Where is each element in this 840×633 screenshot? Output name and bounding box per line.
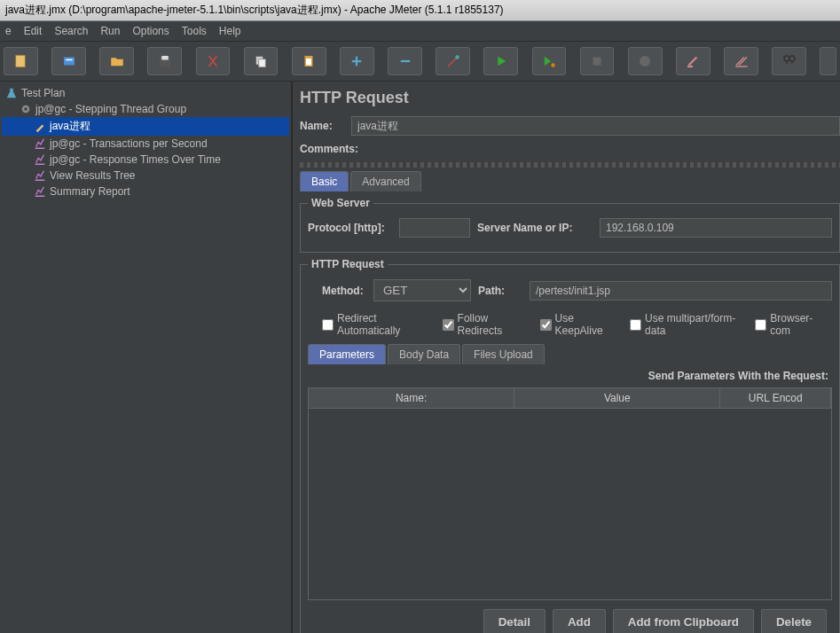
method-select[interactable]: GET (373, 279, 471, 301)
tree-label: View Results Tree (50, 169, 136, 182)
tree-item-response-times[interactable]: jp@gc - Response Times Over Time (2, 152, 289, 168)
tree-item-tps[interactable]: jp@gc - Transactions per Second (2, 136, 289, 152)
param-header-label: Send Parameters With the Request: (308, 364, 832, 387)
menu-search[interactable]: Search (54, 25, 88, 37)
add-from-clipboard-button[interactable]: Add from Clipboard (613, 609, 754, 633)
expand-button[interactable] (340, 47, 374, 75)
cut-button[interactable] (196, 47, 231, 75)
config-tabs: Basic Advanced (300, 171, 840, 191)
http-request-legend: HTTP Request (308, 258, 388, 270)
path-label: Path: (478, 285, 522, 297)
browser-compat-checkbox[interactable]: Browser-com (755, 312, 821, 337)
menu-run[interactable]: Run (100, 25, 120, 37)
svg-point-10 (551, 63, 555, 67)
svg-rect-6 (259, 59, 266, 67)
svg-point-14 (789, 56, 795, 61)
clear-button[interactable] (676, 47, 710, 75)
shutdown-button[interactable] (628, 47, 663, 75)
tree-label: Test Plan (21, 87, 65, 99)
svg-rect-4 (161, 56, 169, 60)
pipette-icon (34, 121, 46, 133)
chart-icon (34, 169, 46, 182)
chart-icon (34, 153, 46, 166)
gear-icon (20, 103, 32, 115)
follow-redirects-checkbox[interactable]: Follow Redirects (443, 312, 522, 337)
svg-rect-0 (16, 55, 26, 67)
reset-search-button[interactable] (820, 47, 836, 75)
detail-button[interactable]: Detail (483, 609, 546, 633)
tree-item-thread-group[interactable]: jp@gc - Stepping Thread Group (2, 101, 289, 117)
menu-options[interactable]: Options (132, 25, 169, 37)
svg-rect-1 (64, 58, 75, 66)
open-button[interactable] (99, 47, 134, 75)
tab-body-data[interactable]: Body Data (388, 344, 460, 364)
delete-button[interactable]: Delete (761, 609, 827, 633)
comments-label: Comments: (300, 143, 358, 155)
editor-panel: HTTP Request Name: Comments: Basic Advan… (293, 82, 840, 633)
flask-icon (5, 87, 18, 99)
templates-button[interactable] (51, 47, 86, 75)
http-request-fieldset: HTTP Request Method: GET Path: Redirect … (300, 258, 840, 633)
name-label: Name: (300, 120, 344, 132)
redirect-auto-checkbox[interactable]: Redirect Automatically (322, 312, 425, 337)
tab-basic[interactable]: Basic (300, 171, 349, 191)
window-titlebar: java进程.jmx (D:\program\apache-jmeter-5.1… (0, 0, 840, 21)
svg-rect-2 (66, 59, 73, 61)
menu-file[interactable]: e (5, 25, 12, 37)
tab-parameters[interactable]: Parameters (308, 344, 386, 364)
panel-title: HTTP Request (300, 89, 840, 107)
chart-icon (34, 137, 46, 150)
add-button[interactable]: Add (553, 609, 606, 633)
test-plan-tree[interactable]: Test Plan jp@gc - Stepping Thread Group … (0, 82, 293, 633)
clear-all-button[interactable] (724, 47, 758, 75)
search-button[interactable] (772, 47, 806, 75)
start-button[interactable] (483, 47, 518, 75)
tree-item-summary-report[interactable]: Summary Report (2, 184, 289, 199)
tree-item-results-tree[interactable]: View Results Tree (2, 168, 289, 184)
tab-advanced[interactable]: Advanced (350, 171, 420, 191)
svg-point-9 (455, 55, 459, 59)
menu-bar: e Edit Search Run Options Tools Help (0, 21, 840, 42)
paste-button[interactable] (292, 47, 326, 75)
parameters-table[interactable]: Name: Value URL Encod (308, 387, 832, 600)
svg-rect-8 (306, 59, 311, 66)
toggle-button[interactable] (436, 47, 470, 75)
col-encode[interactable]: URL Encod (720, 388, 831, 408)
method-label: Method: (322, 285, 366, 297)
protocol-input[interactable] (399, 218, 470, 238)
web-server-legend: Web Server (308, 197, 373, 209)
multipart-checkbox[interactable]: Use multipart/form-data (630, 312, 737, 337)
web-server-fieldset: Web Server Protocol [http]: Server Name … (300, 197, 840, 253)
tree-label: Summary Report (50, 185, 130, 198)
menu-tools[interactable]: Tools (182, 25, 207, 37)
tree-item-test-plan[interactable]: Test Plan (2, 85, 289, 101)
svg-point-12 (640, 56, 650, 66)
svg-point-13 (784, 56, 789, 61)
start-no-pause-button[interactable] (532, 47, 567, 75)
protocol-label: Protocol [http]: (308, 222, 392, 234)
tree-label: jp@gc - Stepping Thread Group (35, 103, 186, 115)
name-input[interactable] (351, 116, 840, 136)
toolbar (0, 42, 840, 82)
copy-button[interactable] (244, 47, 279, 75)
server-label: Server Name or IP: (477, 222, 593, 234)
menu-help[interactable]: Help (219, 25, 241, 37)
col-value[interactable]: Value (514, 388, 720, 408)
col-name[interactable]: Name: (309, 388, 514, 408)
svg-point-16 (24, 107, 27, 111)
tree-item-http-request[interactable]: java进程 (2, 117, 289, 136)
path-input[interactable] (530, 281, 832, 301)
save-button[interactable] (147, 47, 182, 75)
tree-label: jp@gc - Transactions per Second (50, 137, 208, 150)
param-button-row: Detail Add Add from Clipboard Delete (308, 600, 832, 633)
server-input[interactable] (600, 218, 832, 238)
svg-rect-11 (593, 58, 601, 66)
stop-button[interactable] (580, 47, 615, 75)
new-file-button[interactable] (4, 47, 38, 75)
tree-label: java进程 (50, 119, 90, 134)
collapse-grip[interactable] (300, 162, 840, 168)
menu-edit[interactable]: Edit (24, 25, 43, 37)
tab-files-upload[interactable]: Files Upload (462, 344, 545, 364)
keepalive-checkbox[interactable]: Use KeepAlive (540, 312, 613, 337)
collapse-button[interactable] (388, 47, 422, 75)
